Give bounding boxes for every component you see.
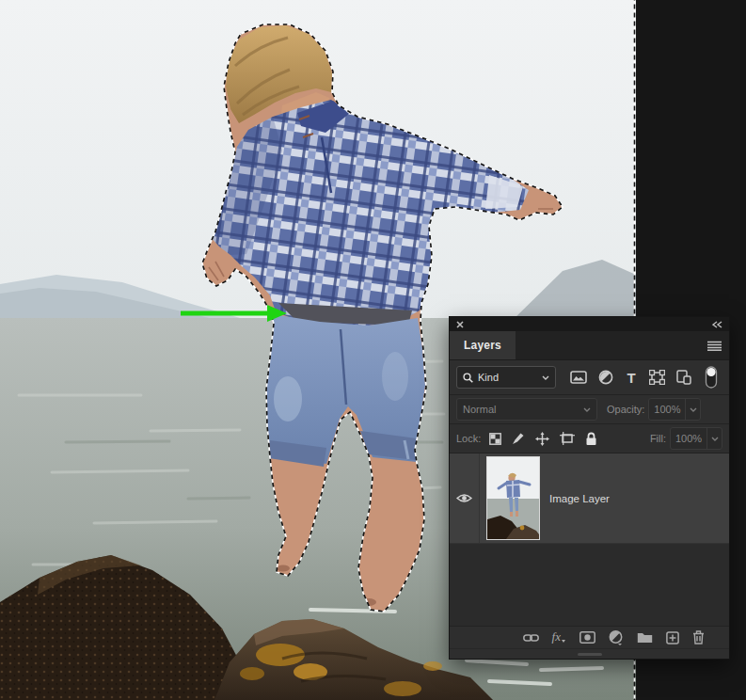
delete-layer-icon[interactable] [692,630,705,644]
panel-menu-icon[interactable] [707,341,722,351]
panel-resize-strip[interactable] [450,648,729,659]
layer-list: Image Layer [450,453,729,626]
search-icon [463,373,473,383]
adjustment-layer-filter-icon[interactable] [598,370,613,385]
lock-transparency-icon[interactable] [489,433,501,445]
tab-layers[interactable]: Layers [450,331,516,359]
layer-thumbnail[interactable] [486,456,540,540]
lock-bar: Lock: [450,424,729,453]
visibility-eye-icon[interactable] [456,493,472,503]
blend-mode-dropdown[interactable]: Normal [456,398,597,421]
layer-effects-icon[interactable]: fx [552,632,566,644]
layer-group-icon[interactable] [637,631,653,644]
shape-layer-filter-icon[interactable] [649,370,665,385]
fill-input[interactable]: 100% [670,427,722,450]
chevron-down-icon [711,437,719,441]
lock-label: Lock: [456,433,481,444]
blend-mode-value: Normal [463,404,579,415]
collapse-panel-icon[interactable] [712,321,722,328]
link-layers-icon[interactable] [523,632,539,644]
lock-all-icon[interactable] [585,432,597,446]
opacity-input[interactable]: 100% [648,398,701,421]
close-icon[interactable] [456,321,464,328]
layer-row-image-layer[interactable]: Image Layer [450,453,729,544]
lock-move-icon[interactable] [535,432,549,446]
lock-paint-icon[interactable] [512,432,525,445]
fill-label: Fill: [650,433,666,444]
panel-footer-toolbar: fx [450,626,729,648]
layer-mask-icon[interactable] [579,631,595,644]
opacity-label: Opacity: [607,404,644,415]
kind-filter-label: Kind [478,372,537,383]
layers-panel: Layers Kind [450,317,729,659]
adjustment-layer-icon[interactable] [609,630,624,645]
opacity-value: 100% [649,404,685,415]
photoshop-workspace: Layers Kind [0,0,746,700]
layer-name[interactable]: Image Layer [540,453,610,543]
fill-value: 100% [671,433,706,444]
type-layer-filter-icon[interactable]: T [625,371,638,385]
pixel-layer-filter-icon[interactable] [570,371,587,384]
smart-object-filter-icon[interactable] [676,370,691,385]
svg-text:T: T [627,371,635,385]
new-layer-icon[interactable] [666,631,679,644]
kind-filter-dropdown[interactable]: Kind [456,366,556,389]
lock-artboard-icon[interactable] [560,432,575,445]
blend-mode-bar: Normal Opacity: 100% [450,395,729,424]
layer-filter-switch[interactable] [705,365,718,390]
resize-grip[interactable] [578,653,602,656]
layer-filter-bar: Kind T [450,360,729,395]
chevron-down-icon [690,407,697,412]
chevron-down-icon [542,375,549,380]
panel-title-bar [450,317,729,331]
chevron-down-icon [583,407,591,412]
panel-tab-bar: Layers [450,331,729,360]
